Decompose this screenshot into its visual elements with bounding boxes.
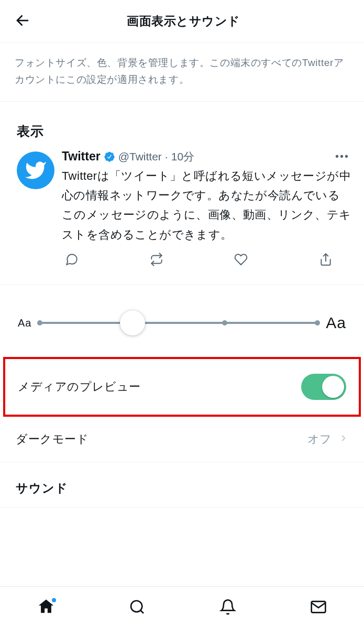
font-size-large-label: Aa (326, 314, 346, 332)
page-description: フォントサイズ、色、背景を管理します。この端末のすべてのTwitterアカウント… (0, 43, 364, 101)
notification-dot-icon (51, 597, 57, 603)
svg-point-2 (131, 601, 142, 612)
font-size-small-label: Aa (18, 317, 31, 329)
tweet-header: Twitter @Twitter · 10分 ••• (62, 149, 351, 164)
media-preview-toggle[interactable] (301, 374, 346, 400)
section-title-display: 表示 (0, 102, 364, 149)
back-arrow-icon[interactable] (15, 13, 30, 30)
tweet-timestamp: 10分 (171, 149, 194, 164)
tweet-handle: @Twitter (118, 150, 162, 163)
setting-row-media-preview[interactable]: メディアのプレビュー (3, 357, 361, 417)
tab-home[interactable] (37, 598, 55, 618)
tweet-text: Twitterは「ツイート」と呼ばれる短いメッセージが中心の情報ネットワークです… (62, 166, 351, 245)
tweet-preview-card: Twitter @Twitter · 10分 ••• Twitterは「ツイート… (0, 149, 364, 285)
media-preview-label: メディアのプレビュー (18, 379, 141, 395)
tab-search[interactable] (129, 599, 146, 617)
tweet-separator: · (165, 150, 168, 163)
like-icon[interactable] (234, 253, 248, 266)
reply-icon[interactable] (65, 253, 79, 266)
dark-mode-label: ダークモード (16, 431, 89, 447)
page-title: 画面表示とサウンド (37, 13, 330, 29)
retweet-icon[interactable] (150, 253, 163, 266)
dark-mode-value: オフ (307, 431, 332, 447)
bottom-nav (0, 586, 364, 629)
verified-badge-icon (104, 151, 115, 162)
font-size-slider-row: Aa Aa (0, 285, 364, 357)
setting-row-dark-mode[interactable]: ダークモード オフ (0, 417, 364, 462)
more-options-icon[interactable]: ••• (335, 150, 351, 162)
tab-notifications[interactable] (219, 599, 236, 617)
tweet-display-name: Twitter (62, 149, 101, 164)
slider-thumb[interactable] (120, 310, 145, 335)
section-title-sound: サウンド (0, 462, 364, 507)
tweet-actions (62, 244, 351, 278)
font-size-slider[interactable] (40, 322, 317, 324)
svg-line-3 (140, 610, 144, 613)
chevron-right-icon (339, 431, 348, 447)
share-icon[interactable] (319, 253, 333, 266)
header: 画面表示とサウンド (0, 0, 364, 43)
avatar (17, 151, 54, 189)
tab-messages[interactable] (310, 599, 327, 617)
